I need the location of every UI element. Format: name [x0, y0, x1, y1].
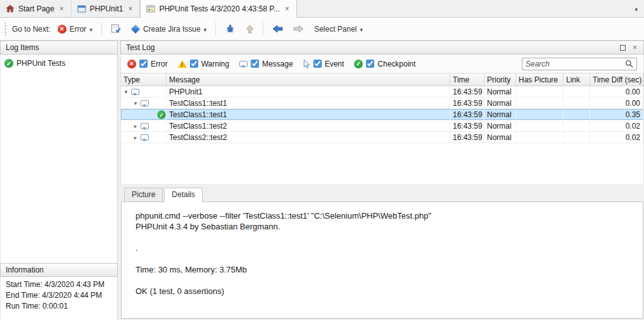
has-picture-cell	[516, 98, 564, 108]
test-log-title: Test Log	[126, 43, 155, 52]
filter-error: Error	[127, 60, 168, 68]
checkpoint-checkbox[interactable]	[366, 60, 374, 68]
expand-expander-icon[interactable]	[132, 134, 139, 141]
error-checkbox[interactable]	[139, 60, 148, 68]
toolbar-grip-handle[interactable]	[4, 23, 7, 35]
warning-checkbox[interactable]	[190, 60, 198, 68]
column-header-link[interactable]: Link	[564, 74, 590, 86]
close-icon[interactable]	[127, 4, 134, 13]
chevron-down-icon	[635, 4, 638, 13]
back-arrow-icon	[272, 25, 283, 33]
create-jira-issue-dropdown[interactable]: Create Jira Issue	[128, 22, 210, 36]
message-icon	[131, 89, 139, 95]
post-issue-report-button[interactable]	[108, 22, 124, 36]
column-header-message[interactable]: Message	[167, 74, 450, 86]
undock-panel-icon[interactable]	[620, 45, 626, 51]
toolbar-separator	[101, 22, 102, 36]
upload-results-button[interactable]	[243, 22, 257, 36]
type-cell	[121, 120, 167, 131]
checkpoint-icon	[4, 59, 13, 68]
filter-label: Warning	[201, 60, 229, 68]
time-diff-cell: 0.00	[590, 98, 643, 108]
filter-event: Event	[303, 60, 344, 68]
toolbar-separator	[263, 22, 263, 36]
message-cell: TestClass1::test2	[167, 120, 450, 131]
tab-start-page[interactable]: Start Page	[0, 0, 72, 17]
link-cell	[564, 109, 590, 120]
table-row-selected[interactable]: TestClass1::test1 16:43:59 Normal 0.35	[121, 109, 643, 120]
log-items-panel-header: Log Items	[0, 41, 118, 54]
go-to-next-error-dropdown[interactable]: Error	[54, 22, 96, 36]
has-picture-cell	[516, 120, 564, 131]
bug-tracking-button[interactable]	[222, 22, 239, 36]
column-header-priority[interactable]: Priority	[484, 74, 516, 86]
home-icon	[6, 4, 15, 13]
event-checkbox[interactable]	[313, 60, 322, 68]
message-cell: TestClass1::test1	[167, 98, 450, 108]
details-tab-strip: Picture Details	[120, 186, 644, 202]
select-panel-label: Select Panel	[314, 25, 357, 34]
search-icon[interactable]	[625, 60, 633, 68]
column-header-time[interactable]: Time	[450, 74, 484, 86]
priority-cell: Normal	[484, 86, 516, 97]
details-line-blank	[136, 253, 636, 264]
column-header-has-picture[interactable]: Has Picture	[516, 74, 564, 86]
tab-test-log[interactable]: PHPUnit Tests 4/3/2020 4:43:58 P...	[140, 0, 296, 18]
tab-details[interactable]: Details	[164, 188, 203, 202]
message-icon	[141, 123, 149, 129]
expand-expander-icon[interactable]	[132, 123, 139, 129]
filter-label: Checkpoint	[377, 60, 415, 68]
table-row[interactable]: TestClass1::test1 16:43:59 Normal 0.00	[121, 98, 643, 109]
chevron-down-icon	[89, 25, 92, 34]
up-arrow-icon	[246, 25, 254, 34]
error-icon	[58, 25, 66, 34]
previous-button[interactable]	[269, 22, 286, 35]
collapse-expander-icon[interactable]	[132, 100, 139, 106]
tab-overflow-button[interactable]	[628, 0, 644, 17]
select-panel-dropdown[interactable]: Select Panel	[311, 22, 366, 36]
type-cell	[121, 98, 167, 108]
message-cell: TestClass2::test2	[167, 132, 450, 143]
type-cell	[121, 132, 167, 143]
go-to-next-label: Go to Next:	[12, 25, 51, 34]
collapse-expander-icon[interactable]	[123, 89, 129, 95]
log-items-title: Log Items	[6, 43, 39, 52]
time-diff-cell: 0.00	[590, 86, 643, 97]
time-cell: 16:43:59	[450, 86, 484, 97]
close-icon[interactable]	[58, 4, 65, 13]
priority-cell: Normal	[484, 120, 516, 131]
tab-picture[interactable]: Picture	[124, 188, 163, 202]
toolbar-separator	[215, 22, 216, 36]
checkpoint-icon	[354, 60, 363, 68]
message-cell: TestClass1::test1	[167, 109, 450, 120]
next-button[interactable]	[290, 22, 307, 35]
close-panel-icon[interactable]	[631, 43, 638, 52]
tree-item-phpunit-tests[interactable]: PHPUnit Tests	[1, 58, 117, 69]
message-checkbox[interactable]	[251, 60, 259, 68]
filter-warning: Warning	[178, 60, 229, 68]
message-icon	[239, 61, 248, 67]
details-line-blank	[136, 275, 636, 286]
table-row[interactable]: TestClass2::test2 16:43:59 Normal 0.02	[121, 132, 643, 143]
time-cell: 16:43:59	[450, 120, 484, 131]
table-row[interactable]: TestClass1::test2 16:43:59 Normal 0.02	[121, 120, 643, 132]
column-header-type[interactable]: Type	[121, 74, 167, 86]
time-diff-cell: 0.35	[590, 109, 643, 120]
priority-cell: Normal	[484, 109, 516, 120]
run-time-text: Run Time: 0:00:01	[6, 301, 112, 312]
document-tab-bar: Start Page PHPUnit1 PHPUnit Tests 4/3/20…	[0, 0, 644, 18]
information-title: Information	[6, 266, 44, 274]
link-cell	[564, 98, 590, 108]
column-header-time-diff[interactable]: Time Diff (sec)	[590, 74, 643, 86]
project-icon	[77, 5, 86, 13]
has-picture-cell	[516, 132, 564, 143]
jira-diamond-icon	[131, 24, 140, 33]
chevron-down-icon	[360, 25, 363, 34]
close-icon[interactable]	[284, 4, 291, 13]
search-input[interactable]	[526, 60, 625, 68]
tab-phpunit1[interactable]: PHPUnit1	[72, 0, 141, 17]
link-cell	[564, 120, 590, 131]
message-icon	[141, 100, 149, 106]
report-document-icon	[111, 24, 121, 34]
table-row[interactable]: PHPUnit1 16:43:59 Normal 0.00	[121, 86, 643, 98]
